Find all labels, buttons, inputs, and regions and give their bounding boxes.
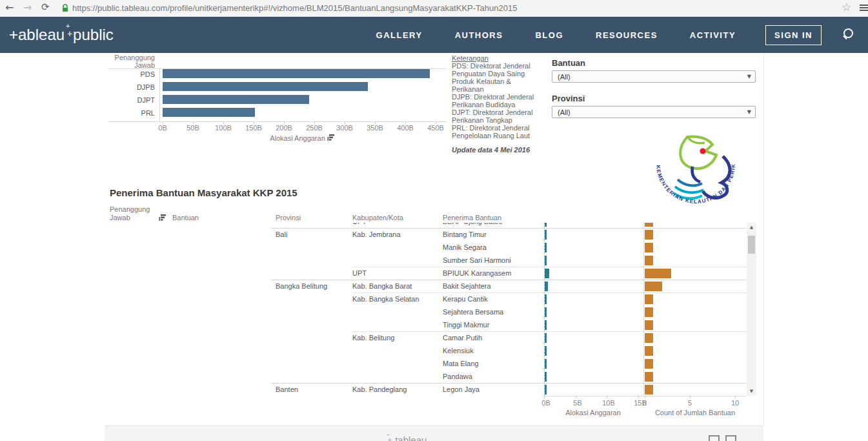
- count-bar[interactable]: [645, 223, 653, 227]
- col-header-kabupaten: Kabupaten/Kota: [352, 214, 403, 221]
- chevron-down-icon: ▼: [747, 74, 751, 79]
- cell-provinsi: Banten: [276, 383, 298, 396]
- table-row: Sejahtera Bersama: [271, 305, 747, 318]
- top-chart-axis-label: Alokasi Anggaran: [250, 134, 354, 142]
- province-separator: [271, 280, 747, 280]
- alokasi-bar[interactable]: [545, 230, 547, 240]
- top-chart-tick-label: 250B: [300, 124, 328, 132]
- table-row: BantenKab. PandeglangLegon Jaya: [271, 383, 747, 396]
- count-tick-label: 0: [632, 399, 658, 407]
- tableau-public-logo[interactable]: +ableau++public: [9, 26, 114, 44]
- count-bar[interactable]: [645, 243, 653, 252]
- table-row: Kab. BelitungCamar Putih: [271, 331, 747, 344]
- alokasi-tick-mark: [638, 396, 639, 398]
- alokasi-bar[interactable]: [545, 223, 547, 227]
- nav-item-blog[interactable]: BLOG: [535, 30, 563, 40]
- nav-item-activity[interactable]: ACTIVITY: [690, 30, 736, 40]
- back-icon[interactable]: ←: [5, 1, 14, 14]
- top-chart-bar-pds[interactable]: [163, 69, 430, 78]
- sort-icon[interactable]: [159, 214, 166, 221]
- count-bar[interactable]: [645, 346, 653, 356]
- share-icon[interactable]: [709, 435, 720, 441]
- alokasi-bar[interactable]: [545, 333, 547, 343]
- scroll-down-icon[interactable]: ▼: [747, 387, 756, 396]
- cell-penerima: Tinggi Makmur: [443, 318, 489, 331]
- cell-penerima: Manik Segara: [443, 241, 487, 254]
- table-row: Kelensiuk: [271, 344, 747, 357]
- scrollbar-thumb[interactable]: [748, 236, 755, 254]
- filter-label-bantuan: Bantuan: [552, 58, 585, 68]
- alokasi-bar[interactable]: [545, 359, 547, 369]
- filter-dropdown-provinsi[interactable]: (All)▼: [552, 106, 756, 118]
- alokasi-bar[interactable]: [545, 294, 547, 304]
- alokasi-bar[interactable]: [545, 385, 547, 395]
- count-bar[interactable]: [645, 372, 653, 382]
- filter-dropdown-bantuan[interactable]: (All)▼: [552, 70, 756, 83]
- alokasi-tick-mark: [607, 396, 607, 398]
- tableau-footer-logo: ++ tableau: [386, 435, 427, 441]
- cell-penerima: Sumber Sari Harmoni: [443, 254, 511, 267]
- table-row: Sumber Sari Harmoni: [271, 254, 747, 267]
- cell-kabupaten: Kab. Jembrana: [352, 228, 401, 241]
- browser-chrome: ← → ⟳ https://public.tableau.com/profile…: [0, 0, 868, 17]
- filter-value: (All): [558, 108, 747, 116]
- alokasi-bar[interactable]: [545, 346, 547, 356]
- top-chart-baseline: [108, 121, 447, 122]
- scroll-up-icon[interactable]: ▲: [747, 223, 756, 232]
- count-tick-mark: [735, 396, 736, 398]
- alokasi-axis-title: Alokasi Anggaran: [544, 409, 642, 416]
- sort-icon[interactable]: [327, 134, 334, 141]
- cell-penerima: Legon Jaya: [443, 383, 479, 396]
- table-row: Kab. Bangka SelatanKerapu Cantik: [271, 292, 747, 305]
- alokasi-bar[interactable]: [545, 243, 547, 252]
- keterangan-title: Keterangan: [452, 54, 489, 62]
- col-header-penerima: Penerima Bantuan: [443, 214, 501, 221]
- col-header-penanggung-jawab: Penanggung Jawab: [110, 205, 155, 222]
- count-bar[interactable]: [645, 359, 653, 369]
- count-bar[interactable]: [645, 282, 662, 291]
- count-bar[interactable]: [645, 320, 653, 330]
- table-row: Bangka BelitungKab. Bangka BaratBakit Se…: [271, 280, 747, 292]
- table-row: Mata Elang: [271, 357, 747, 370]
- kkp-ministry-logo: KEMENTERIAN KELAUTAN DAN PERIKANAN: [649, 130, 740, 216]
- top-chart-bar-prl[interactable]: [163, 108, 255, 117]
- cell-penerima: Kelensiuk: [443, 344, 474, 357]
- table-row: Manik Segara: [271, 241, 747, 254]
- alokasi-bar[interactable]: [545, 372, 547, 382]
- table-scrollbar[interactable]: ▲ ▼: [747, 223, 756, 396]
- plus-cluster-icon: ++: [65, 26, 73, 41]
- count-bar[interactable]: [645, 307, 653, 317]
- cell-penerima: Bintang Timur: [443, 228, 487, 241]
- top-chart-bar-djpt[interactable]: [163, 95, 309, 104]
- count-bar[interactable]: [645, 385, 653, 395]
- alokasi-bar[interactable]: [545, 307, 547, 317]
- count-bar[interactable]: [645, 230, 653, 240]
- table-row: UPTBPIUUK Karangasem: [271, 267, 747, 280]
- browser-menu-icon[interactable]: [860, 5, 868, 12]
- top-chart-bar-djpb[interactable]: [163, 82, 368, 91]
- alokasi-bar[interactable]: [545, 256, 547, 265]
- count-bar[interactable]: [645, 256, 653, 265]
- alokasi-bar[interactable]: [545, 269, 549, 278]
- alokasi-bar[interactable]: [545, 282, 548, 291]
- url-bar[interactable]: https://public.tableau.com/profile/unitk…: [62, 1, 834, 14]
- cell-kabupaten: Kab. Bangka Barat: [352, 280, 412, 292]
- count-bar[interactable]: [645, 294, 653, 304]
- alokasi-tick-mark: [576, 396, 576, 398]
- kabupaten-separator: [352, 267, 747, 267]
- cell-kabupaten: Kab. Belitung: [352, 331, 394, 344]
- bookmark-star-icon[interactable]: ☆: [842, 1, 851, 14]
- sign-in-button[interactable]: SIGN IN: [765, 25, 822, 45]
- top-chart-category-label: DJPT: [121, 96, 155, 104]
- nav-item-authors[interactable]: AUTHORS: [455, 30, 503, 40]
- nav-item-gallery[interactable]: GALLERY: [376, 30, 423, 40]
- nav-item-resources[interactable]: RESOURCES: [596, 30, 658, 40]
- viz-footer: ++ tableau: [105, 426, 763, 441]
- count-bar[interactable]: [645, 269, 671, 278]
- search-icon[interactable]: [842, 28, 856, 42]
- url-text: https://public.tableau.com/profile/unitk…: [72, 3, 517, 13]
- refresh-icon[interactable]: ⟳: [41, 1, 50, 13]
- download-icon[interactable]: [725, 435, 736, 441]
- count-bar[interactable]: [645, 333, 653, 343]
- alokasi-bar[interactable]: [545, 320, 547, 330]
